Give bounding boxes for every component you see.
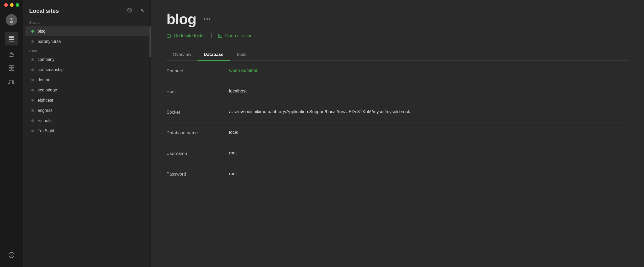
site-status-dot	[31, 119, 34, 122]
site-status-dot	[31, 130, 34, 132]
svg-rect-8	[12, 68, 14, 71]
svg-rect-3	[9, 38, 14, 39]
site-title-row: blog •••	[166, 10, 628, 27]
traffic-light-yellow[interactable]	[10, 3, 14, 7]
open-shell-link[interactable]: Open site shell	[218, 32, 254, 39]
db-label-socket: Socket	[166, 109, 219, 115]
tabs: Overview Database Tools	[166, 49, 628, 61]
nav-icon-cloud[interactable]	[5, 47, 18, 60]
sidebar: Local sites Starred blog por	[23, 0, 151, 267]
starred-section-label: Starred	[23, 19, 151, 26]
database-content: Connect Open Adminer Host localhost Sock…	[151, 61, 644, 267]
action-links: Go to site folder Open site shell	[166, 32, 628, 39]
db-row-connect: Connect Open Adminer	[166, 61, 628, 81]
tab-tools[interactable]: Tools	[230, 49, 253, 60]
db-row-host: Host localhost	[166, 81, 628, 102]
traffic-light-green[interactable]	[16, 3, 19, 7]
db-label-username: Username	[166, 150, 219, 156]
open-shell-label: Open site shell	[225, 33, 254, 38]
site-item-blog[interactable]: blog	[25, 26, 149, 36]
traffic-light-red[interactable]	[4, 3, 8, 7]
main-header: blog ••• Go to site folder Open site she…	[151, 0, 644, 61]
db-row-username: Username root	[166, 143, 628, 164]
nav-icon-help[interactable]: ?	[5, 248, 18, 262]
svg-rect-4	[9, 40, 14, 41]
db-label-connect: Connect	[166, 68, 219, 74]
db-row-socket: Socket /Users/souichikimura/Library/Appl…	[166, 102, 628, 123]
site-name-porphynurse: porphynurse	[38, 39, 61, 44]
site-item-company[interactable]: company	[25, 55, 149, 65]
svg-rect-5	[9, 65, 11, 68]
site-item-eco-bridge[interactable]: eco bridge	[25, 85, 149, 95]
sidebar-header: Local sites	[23, 0, 151, 19]
db-row-database-name: Database name local	[166, 123, 628, 143]
open-adminer-link[interactable]: Open Adminer	[229, 68, 258, 73]
site-status-dot	[31, 99, 34, 102]
site-title: blog	[166, 10, 196, 27]
site-item-esthetic[interactable]: Esthetic	[25, 116, 149, 126]
folder-icon	[166, 33, 171, 38]
db-value-socket: /Users/souichikimura/Library/Application…	[229, 109, 410, 114]
site-name: craftsmanship	[38, 67, 64, 72]
site-item-craftsmanship[interactable]: craftsmanship	[25, 65, 149, 75]
site-status-dot-porphynurse	[31, 40, 34, 43]
svg-rect-7	[9, 68, 11, 71]
action-divider	[211, 33, 212, 38]
sidebar-scrollbar[interactable]	[149, 0, 151, 267]
site-item-frstsight[interactable]: FrstSight	[25, 126, 149, 136]
site-name: eightiest	[38, 98, 53, 103]
more-options-button[interactable]: •••	[201, 15, 213, 24]
history-icon[interactable]	[127, 7, 133, 14]
db-value-password: root	[229, 171, 237, 176]
collapse-icon[interactable]	[139, 7, 145, 14]
db-value-database-name: local	[229, 130, 238, 135]
site-status-dot-blog	[31, 30, 34, 33]
db-label-password: Password	[166, 171, 219, 177]
avatar[interactable]	[6, 14, 17, 26]
db-label-database-name: Database name	[166, 130, 219, 136]
db-value-host: localhost	[229, 89, 247, 94]
site-name: Esthetic	[38, 118, 52, 123]
site-status-dot	[31, 68, 34, 71]
main-content: blog ••• Go to site folder Open site she…	[151, 0, 644, 267]
site-item-dentou[interactable]: dentou	[25, 75, 149, 85]
sites-section-label: Sites	[23, 47, 151, 54]
site-item-porphynurse[interactable]: porphynurse	[25, 37, 149, 47]
db-row-password: Password root	[166, 164, 628, 184]
site-name: dentou	[38, 78, 50, 82]
go-to-folder-link[interactable]: Go to site folder	[166, 32, 205, 39]
svg-rect-12	[218, 34, 222, 38]
sidebar-header-actions	[127, 7, 145, 14]
db-label-host: Host	[166, 89, 219, 94]
site-status-dot	[31, 58, 34, 61]
traffic-lights	[0, 3, 19, 7]
svg-rect-6	[12, 65, 14, 68]
svg-point-0	[10, 18, 13, 20]
site-name: FrstSight	[38, 129, 54, 133]
site-name-blog: blog	[38, 29, 45, 34]
site-status-dot	[31, 89, 34, 91]
terminal-icon	[218, 33, 223, 38]
site-item-eightiest[interactable]: eightiest	[25, 95, 149, 105]
site-status-dot	[31, 109, 34, 112]
sidebar-scroll: Starred blog porphynurse Sites company c…	[23, 19, 151, 267]
tab-database[interactable]: Database	[198, 49, 230, 60]
site-name: engress	[38, 108, 52, 113]
sidebar-scrollbar-thumb	[150, 26, 151, 57]
tab-overview[interactable]: Overview	[166, 49, 198, 60]
go-to-folder-label: Go to site folder	[174, 33, 205, 38]
nav-icon-extensions[interactable]	[5, 76, 18, 89]
site-name: company	[38, 57, 55, 62]
svg-point-1	[10, 21, 13, 23]
svg-rect-2	[9, 36, 14, 38]
nav-icon-servers[interactable]	[5, 32, 18, 45]
nav-icon-grid[interactable]	[5, 61, 18, 75]
icon-rail: ?	[0, 0, 23, 267]
sidebar-title: Local sites	[29, 8, 59, 14]
site-name: eco bridge	[38, 88, 57, 92]
svg-text:?: ?	[10, 253, 13, 257]
site-status-dot	[31, 79, 34, 81]
site-item-engress[interactable]: engress	[25, 106, 149, 115]
db-value-username: root	[229, 150, 237, 156]
